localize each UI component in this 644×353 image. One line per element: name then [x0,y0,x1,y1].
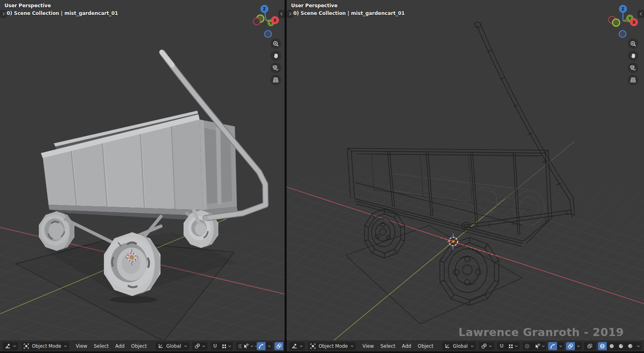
snapping-group[interactable] [497,342,519,350]
svg-text:X: X [632,20,636,25]
pivot-point-dropdown[interactable] [479,342,494,350]
mode-dropdown[interactable]: Object Mode [21,342,69,350]
chevron-down-icon [577,345,580,348]
object-type-visibility-cursor-eye-icon [534,343,541,349]
mode-dropdown[interactable]: Object Mode [308,342,356,350]
shading-solid-button[interactable] [607,342,616,350]
snap-toggle[interactable] [211,342,220,350]
proportional-toggle[interactable] [523,342,532,350]
svg-text:Z: Z [621,7,624,11]
show-overlays-toggle[interactable] [274,342,283,350]
chevron-down-icon [184,345,187,348]
shading-material-button[interactable] [616,342,625,350]
show-overlays-circles-icon [276,343,282,349]
snap-toggle[interactable] [497,342,506,350]
pivot-point-icon [194,343,200,349]
object-mode-brackets-icon [23,343,29,349]
show-overlays-group[interactable] [566,342,582,350]
chevron-down-icon [250,345,253,348]
navigation-gizmo[interactable]: Z Y X [608,3,641,42]
snap-increment-grid-icon [222,344,227,349]
camera-view-icon [272,65,279,71]
hand-icon [630,53,636,59]
pan-button[interactable] [628,50,638,61]
magnifier-plus-icon [273,41,279,47]
navigation-gizmo[interactable]: Y Z X [250,3,282,42]
transform-orientation-axes-icon [158,343,163,349]
svg-text:X: X [273,18,277,23]
window-edge [0,351,285,353]
menu-select[interactable]: Select [91,343,112,349]
viewport-wireframe: User Perspective (0) Scene Collection | … [287,0,644,353]
pivot-point-dropdown[interactable] [192,342,207,350]
snap-target-dropdown[interactable] [220,342,233,350]
toggle-xray-squares-icon [587,343,593,349]
shading-mode-group[interactable] [598,342,642,350]
toolshelf-toggle[interactable] [0,10,6,18]
projection-toggle-button[interactable] [628,75,638,85]
magnifier-plus-icon [630,41,636,47]
axis-neg-z-ball[interactable] [265,31,272,38]
viewport-canvas-right[interactable] [287,0,644,353]
menu-view[interactable]: View [72,343,90,349]
axis-neg-x-ball[interactable] [253,18,260,25]
camera-view-button[interactable] [628,63,638,73]
axis-neg-z-ball[interactable] [619,31,626,38]
projection-toggle-button[interactable] [270,75,281,85]
snap-target-dropdown[interactable] [506,342,519,350]
chevron-down-icon [637,345,640,348]
chevron-down-icon [64,345,67,348]
snapping-group[interactable] [211,342,233,350]
camera-view-button[interactable] [270,63,281,73]
viewport-header-bar-right: Object Mode View Select Add Object Globa… [287,341,644,351]
chevron-down-icon [542,345,545,348]
menu-add[interactable]: Add [399,343,414,349]
viewport-header-bar-left: Object Mode View Select Add Object Globa… [0,341,285,351]
transform-orientation-dropdown[interactable]: Global [442,342,476,350]
overlays-dropdown[interactable] [575,342,582,350]
chevron-down-icon [351,345,354,348]
chevron-down-icon [13,345,16,348]
editor-type-button[interactable] [289,342,305,350]
axis-neg-y-ball[interactable] [612,19,620,26]
zoom-button[interactable] [628,38,638,49]
menu-select[interactable]: Select [377,343,399,349]
show-overlays-group[interactable] [274,342,285,350]
object-visibility-dropdown[interactable] [533,342,546,350]
editor-type-button[interactable] [3,342,18,350]
menu-add[interactable]: Add [112,343,128,349]
xray-toggle[interactable] [584,342,596,350]
chevron-down-icon [515,345,518,348]
show-overlays-toggle[interactable] [566,342,575,350]
snap-increment-grid-icon [508,344,513,349]
show-gizmo-group[interactable] [257,342,272,350]
gizmo-dropdown[interactable] [266,342,272,350]
chevron-down-icon [268,345,271,348]
menu-object[interactable]: Object [414,343,437,349]
solid-sphere-icon [609,343,614,349]
shading-wireframe-button[interactable] [598,342,607,350]
toolshelf-toggle[interactable] [287,10,293,18]
svg-text:Z: Z [263,7,266,11]
chevron-down-icon [559,345,562,348]
3d-viewport-editor-icon [291,343,298,349]
zoom-button[interactable] [270,38,281,49]
object-visibility-dropdown[interactable] [242,342,255,350]
transform-orientation-axes-icon [444,343,450,349]
shading-rendered-button[interactable] [625,342,635,350]
display-options-cluster-right [533,342,642,350]
show-gizmo-toggle[interactable] [548,342,557,350]
show-gizmo-toggle[interactable] [257,342,266,350]
pan-button[interactable] [270,50,281,61]
menu-view[interactable]: View [359,343,377,349]
orientation-label: Global [165,343,182,349]
show-gizmo-group[interactable] [548,342,564,350]
menu-object[interactable]: Object [128,343,150,349]
overlays-dropdown[interactable] [283,342,285,350]
viewport-canvas-left[interactable] [0,0,285,353]
shading-dropdown[interactable] [635,342,642,350]
window-edge [287,351,644,353]
blender-window: User Perspective (0) Scene Collection | … [0,0,644,353]
transform-orientation-dropdown[interactable]: Global [156,342,189,350]
gizmo-dropdown[interactable] [557,342,564,350]
